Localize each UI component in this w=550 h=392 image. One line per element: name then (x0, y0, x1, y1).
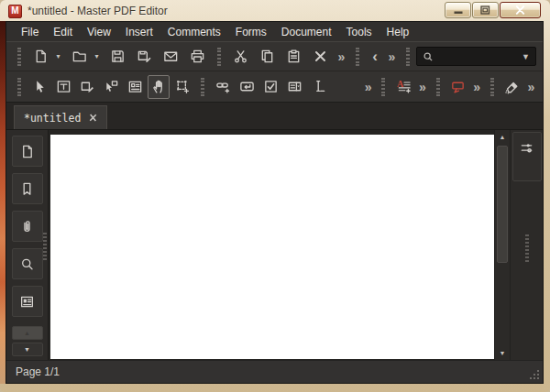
app-logo-icon: M (8, 5, 22, 18)
menu-file[interactable]: File (14, 24, 46, 40)
bookmarks-panel-button[interactable] (12, 173, 43, 204)
text-field-tool-button[interactable] (308, 75, 330, 99)
toolbar-grip[interactable] (381, 78, 385, 96)
search-dropdown-icon[interactable]: ▼ (522, 52, 530, 61)
app-frame: FileEditViewInsertCommentsFormsDocumentT… (6, 21, 544, 384)
toolbar-grip[interactable] (406, 48, 410, 66)
win-close-icon (515, 5, 525, 15)
search-input[interactable] (437, 50, 518, 63)
copy-button[interactable] (255, 45, 280, 69)
combobox-field-tool-button[interactable] (283, 75, 305, 99)
select-tool-button[interactable] (28, 75, 50, 99)
right-panel (510, 130, 543, 360)
print-button[interactable] (185, 45, 210, 69)
search-panel-button[interactable] (12, 248, 43, 279)
menu-document[interactable]: Document (274, 24, 339, 40)
scrollbar-track[interactable] (495, 144, 510, 346)
toolbar-grip[interactable] (356, 48, 359, 66)
page-indicator: Page 1/1 (16, 365, 60, 378)
menu-bar: FileEditViewInsertCommentsFormsDocumentT… (6, 22, 543, 41)
transform-tool-button[interactable] (171, 75, 193, 99)
save-as-button[interactable] (132, 45, 157, 69)
tab-close-icon[interactable] (89, 114, 97, 122)
document-tab[interactable]: *untitled (14, 105, 107, 129)
tools-toolbar: »A»»» (6, 71, 543, 103)
add-text-comment-button[interactable]: A (392, 75, 414, 99)
right-panel-splitter-handle[interactable] (525, 234, 529, 262)
edit-object-tool-button[interactable] (76, 75, 98, 99)
menu-forms[interactable]: Forms (228, 24, 274, 40)
forms-panel-button[interactable] (12, 286, 43, 317)
text-comment-overflow[interactable]: » (416, 75, 428, 99)
window-title: *untitled - Master PDF Editor (28, 5, 168, 17)
send-email-button[interactable] (159, 45, 183, 69)
scroll-down-icon[interactable]: ▼ (495, 346, 510, 360)
comment-tools-overflow[interactable]: » (471, 75, 483, 99)
hand-tool-button[interactable] (148, 75, 170, 99)
maximize-button[interactable] (472, 2, 499, 18)
form-tools-overflow[interactable]: » (362, 75, 374, 99)
toolbar-grip[interactable] (436, 78, 440, 96)
attachments-panel-button[interactable] (12, 211, 43, 242)
document-tab-bar: *untitled (6, 103, 543, 130)
checkbox-field-tool-button[interactable] (259, 75, 281, 99)
close-button[interactable] (500, 2, 541, 18)
toolbar-grip[interactable] (17, 48, 21, 66)
link-tool-button[interactable] (212, 75, 234, 99)
callout-tool-button[interactable] (447, 75, 469, 99)
save-button[interactable] (105, 45, 130, 69)
button-field-tool-button[interactable] (236, 75, 258, 99)
scrollbar-thumb[interactable] (497, 146, 508, 263)
main-toolbar-items: ▾▾»‹» (11, 45, 416, 69)
toolbar-grip[interactable] (490, 78, 494, 96)
sidebar-splitter-handle[interactable] (43, 233, 47, 260)
toolbar-grip[interactable] (217, 48, 221, 66)
sidebar-scroll-buttons: ▲ ▼ (12, 326, 43, 356)
window-resize-grip[interactable] (528, 368, 539, 379)
sidebar-scroll-down-icon[interactable]: ▼ (12, 343, 43, 356)
open-document-dropdown[interactable]: ▾ (93, 45, 103, 69)
thumbnails-panel-button[interactable] (12, 136, 43, 167)
menu-help[interactable]: Help (380, 24, 417, 40)
form-view-button[interactable] (124, 75, 146, 99)
tab-label: *untitled (24, 112, 81, 125)
win-minimize-icon (454, 5, 463, 15)
status-bar: Page 1/1 (6, 360, 543, 383)
cut-button[interactable] (228, 45, 253, 69)
open-document-button[interactable] (67, 45, 92, 69)
menu-edit[interactable]: Edit (46, 24, 80, 40)
menu-tools[interactable]: Tools (339, 24, 380, 40)
sidebar-scroll-up-icon[interactable]: ▲ (12, 326, 43, 340)
sliders-icon (519, 140, 534, 180)
search-box[interactable]: ▼ (416, 47, 536, 66)
menu-view[interactable]: View (80, 24, 118, 40)
menu-insert[interactable]: Insert (118, 24, 160, 40)
navigation-overflow[interactable]: » (385, 45, 399, 69)
scroll-up-icon[interactable]: ▲ (495, 130, 510, 144)
document-page[interactable] (50, 135, 494, 359)
markup-tools-overflow[interactable]: » (525, 75, 537, 99)
toolbar-grip[interactable] (201, 78, 204, 96)
delete-button[interactable] (308, 45, 333, 69)
vertical-scrollbar[interactable]: ▲ ▼ (494, 130, 510, 360)
properties-panel-button[interactable] (512, 132, 542, 181)
window-controls (445, 2, 541, 18)
select-annotation-tool-button[interactable] (100, 75, 122, 99)
minimize-button[interactable] (445, 2, 471, 18)
menu-comments[interactable]: Comments (160, 24, 228, 40)
main-toolbar: ▾▾»‹» ▼ (6, 41, 543, 71)
content-area: ▲ ▼ ▲ ▼ (6, 130, 543, 360)
new-document-dropdown[interactable]: ▾ (54, 45, 64, 69)
win-maximize-icon (480, 5, 490, 15)
left-sidebar: ▲ ▼ (6, 130, 49, 360)
eraser-tool-button[interactable] (501, 75, 523, 99)
document-canvas (49, 130, 494, 360)
edit-tools-overflow[interactable]: » (335, 45, 348, 69)
toolbar-grip[interactable] (17, 78, 21, 96)
search-icon (423, 51, 434, 62)
paste-button[interactable] (281, 45, 306, 69)
new-document-button[interactable] (28, 45, 53, 69)
navigate-back-button[interactable]: ‹ (367, 45, 383, 69)
sidebar-buttons (12, 136, 43, 317)
edit-text-tool-button[interactable] (52, 75, 74, 99)
